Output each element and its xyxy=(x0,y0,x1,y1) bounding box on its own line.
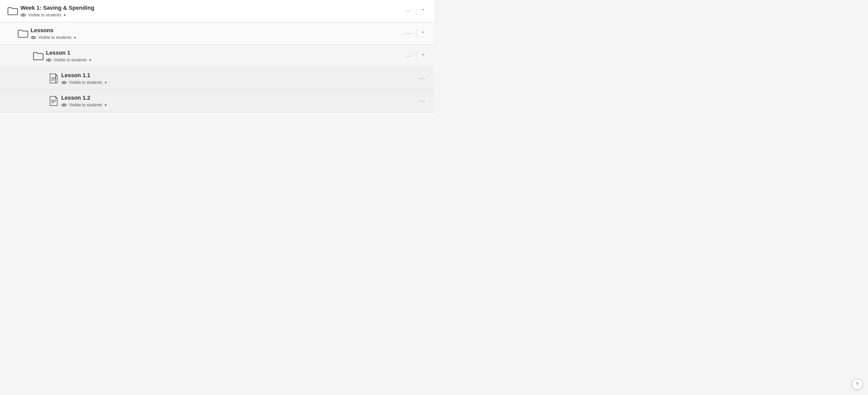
svg-point-1 xyxy=(33,37,34,38)
svg-point-7 xyxy=(63,82,65,83)
week1-visibility-row: Visible to students ▼ xyxy=(21,13,402,18)
lessons-content: Lessons Visible to students ▼ xyxy=(31,27,402,40)
lessons-collapse-button[interactable]: ⌃ xyxy=(417,28,429,38)
lesson12-content: Lesson 1.2 Visible to students ▼ xyxy=(61,94,415,107)
lesson1-divider xyxy=(416,51,416,61)
lesson1-content: Lesson 1 Visible to students ▼ xyxy=(46,50,402,62)
module-week1: Week 1: Saving & Spending Visible to stu… xyxy=(0,0,434,23)
lesson1-eye-icon xyxy=(46,58,52,62)
lesson1-title: Lesson 1 xyxy=(46,50,402,56)
week1-more-button[interactable]: ··· xyxy=(402,6,415,16)
lessons-title: Lessons xyxy=(31,27,402,34)
svg-rect-3 xyxy=(50,74,56,83)
lessons-folder-icon xyxy=(15,29,31,38)
course-modules-list: Week 1: Saving & Spending Visible to stu… xyxy=(0,0,434,112)
lesson12-dropdown-arrow[interactable]: ▼ xyxy=(104,103,107,107)
lessons-visibility-label: Visible to students xyxy=(38,35,71,40)
lesson11-actions: ··· xyxy=(415,73,429,84)
lesson1-folder-icon xyxy=(31,51,46,61)
svg-point-2 xyxy=(48,59,50,61)
lesson11-eye-icon xyxy=(61,81,67,85)
lesson11-title: Lesson 1.1 xyxy=(61,72,415,79)
lesson1-visibility-label: Visible to students xyxy=(54,58,87,62)
lesson12-title: Lesson 1.2 xyxy=(61,94,415,101)
lesson12-separator xyxy=(0,112,434,112)
lessons-visibility-row: Visible to students ▼ xyxy=(31,35,402,40)
lesson12-doc-icon xyxy=(46,96,61,106)
eye-icon xyxy=(21,13,26,17)
module-lesson11: Lesson 1.1 Visible to students ▼ ··· xyxy=(0,67,434,90)
lesson12-more-button[interactable]: ··· xyxy=(415,95,429,106)
lesson12-eye-icon xyxy=(61,103,67,107)
module-lesson12: Lesson 1.2 Visible to students ▼ ··· xyxy=(0,90,434,112)
lessons-eye-icon xyxy=(31,35,36,39)
lesson11-more-button[interactable]: ··· xyxy=(415,73,429,84)
lesson1-more-button[interactable]: ··· xyxy=(402,51,415,61)
svg-point-0 xyxy=(23,14,24,16)
week1-visibility-label: Visible to students xyxy=(28,13,61,18)
lessons-divider xyxy=(416,29,416,38)
module-lessons: Lessons Visible to students ▼ ··· ⌃ xyxy=(0,23,434,45)
lesson11-separator xyxy=(0,89,434,90)
lesson11-visibility-row: Visible to students ▼ xyxy=(61,80,415,85)
week1-content: Week 1: Saving & Spending Visible to stu… xyxy=(21,5,402,18)
lesson11-doc-icon xyxy=(46,73,61,84)
svg-point-11 xyxy=(63,104,65,106)
week1-dropdown-arrow[interactable]: ▼ xyxy=(63,13,67,17)
week1-divider xyxy=(416,6,416,16)
lessons-actions: ··· ⌃ xyxy=(402,28,429,39)
lessons-separator xyxy=(0,45,434,45)
lesson1-collapse-button[interactable]: ⌃ xyxy=(417,51,429,61)
lesson1-dropdown-arrow[interactable]: ▼ xyxy=(89,58,92,62)
week1-separator xyxy=(0,22,434,22)
week1-collapse-button[interactable]: ⌃ xyxy=(417,6,429,16)
lesson12-visibility-row: Visible to students ▼ xyxy=(61,103,415,107)
lesson1-visibility-row: Visible to students ▼ xyxy=(46,58,402,62)
lesson12-actions: ··· xyxy=(415,95,429,106)
lessons-more-button[interactable]: ··· xyxy=(402,28,415,39)
lesson11-content: Lesson 1.1 Visible to students ▼ xyxy=(61,72,415,85)
folder-icon xyxy=(5,6,21,16)
lesson1-actions: ··· ⌃ xyxy=(402,51,429,61)
lessons-dropdown-arrow[interactable]: ▼ xyxy=(73,36,77,39)
week1-title: Week 1: Saving & Spending xyxy=(21,5,402,11)
lesson11-visibility-label: Visible to students xyxy=(69,80,102,85)
week1-actions: ··· ⌃ xyxy=(402,6,429,16)
lesson12-visibility-label: Visible to students xyxy=(69,103,102,107)
lesson11-dropdown-arrow[interactable]: ▼ xyxy=(104,81,107,85)
module-lesson1: Lesson 1 Visible to students ▼ ··· ⌃ xyxy=(0,45,434,67)
lesson1-separator xyxy=(0,67,434,67)
